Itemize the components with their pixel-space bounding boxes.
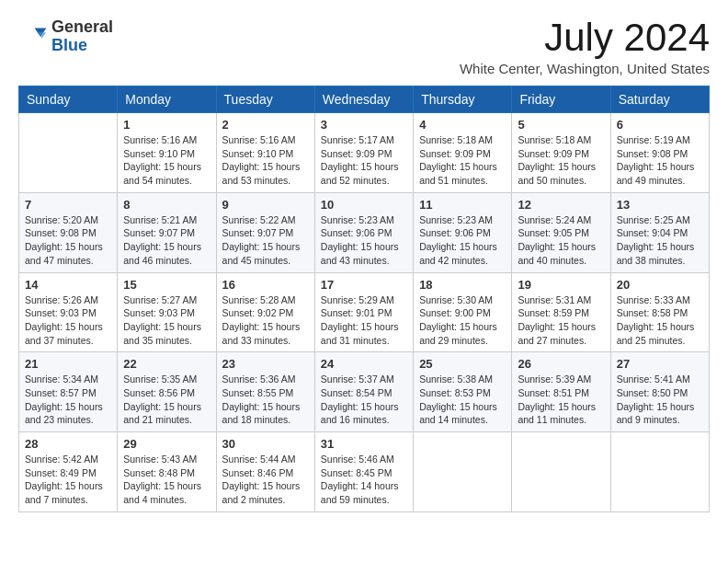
header-sunday: Sunday [19,86,118,113]
location-title: White Center, Washington, United States [460,61,710,76]
day-number: 22 [123,357,210,371]
day-number: 13 [617,198,703,212]
day-info: Sunrise: 5:33 AM Sunset: 8:58 PM Dayligh… [617,293,703,348]
calendar-cell: 5Sunrise: 5:18 AM Sunset: 9:09 PM Daylig… [512,113,610,193]
calendar-cell: 19Sunrise: 5:31 AM Sunset: 8:59 PM Dayli… [512,272,610,352]
day-number: 9 [222,198,309,212]
calendar-cell: 27Sunrise: 5:41 AM Sunset: 8:50 PM Dayli… [610,352,709,432]
calendar-cell: 12Sunrise: 5:24 AM Sunset: 9:05 PM Dayli… [512,192,610,272]
calendar-cell: 31Sunrise: 5:46 AM Sunset: 8:45 PM Dayli… [314,432,413,512]
calendar-cell: 3Sunrise: 5:17 AM Sunset: 9:09 PM Daylig… [314,113,413,193]
day-info: Sunrise: 5:18 AM Sunset: 9:09 PM Dayligh… [419,133,506,188]
day-number: 19 [518,278,604,292]
logo-icon [18,22,48,52]
month-title: July 2024 [460,18,710,57]
calendar-cell: 14Sunrise: 5:26 AM Sunset: 9:03 PM Dayli… [19,272,118,352]
day-info: Sunrise: 5:46 AM Sunset: 8:45 PM Dayligh… [321,453,407,507]
day-number: 26 [518,357,604,371]
day-info: Sunrise: 5:41 AM Sunset: 8:50 PM Dayligh… [617,373,703,427]
day-info: Sunrise: 5:23 AM Sunset: 9:06 PM Dayligh… [419,213,506,268]
day-info: Sunrise: 5:27 AM Sunset: 9:03 PM Dayligh… [123,293,210,348]
day-info: Sunrise: 5:43 AM Sunset: 8:48 PM Dayligh… [123,453,210,507]
day-info: Sunrise: 5:39 AM Sunset: 8:51 PM Dayligh… [518,373,604,427]
calendar-cell: 8Sunrise: 5:21 AM Sunset: 9:07 PM Daylig… [118,192,216,272]
calendar-cell: 21Sunrise: 5:34 AM Sunset: 8:57 PM Dayli… [19,352,118,432]
day-number: 6 [617,118,703,132]
day-info: Sunrise: 5:20 AM Sunset: 9:08 PM Dayligh… [25,213,111,268]
day-number: 15 [123,278,210,292]
day-info: Sunrise: 5:17 AM Sunset: 9:09 PM Dayligh… [321,133,407,188]
day-number: 11 [419,198,506,212]
day-number: 25 [419,357,506,371]
day-number: 18 [419,278,506,292]
calendar-cell: 25Sunrise: 5:38 AM Sunset: 8:53 PM Dayli… [414,352,512,432]
header-thursday: Thursday [414,86,512,113]
header-monday: Monday [118,86,216,113]
day-info: Sunrise: 5:37 AM Sunset: 8:54 PM Dayligh… [321,373,407,427]
calendar-cell: 17Sunrise: 5:29 AM Sunset: 9:01 PM Dayli… [314,272,413,352]
day-info: Sunrise: 5:21 AM Sunset: 9:07 PM Dayligh… [123,213,210,268]
day-info: Sunrise: 5:42 AM Sunset: 8:49 PM Dayligh… [25,453,111,507]
calendar-cell: 23Sunrise: 5:36 AM Sunset: 8:55 PM Dayli… [216,352,314,432]
day-info: Sunrise: 5:36 AM Sunset: 8:55 PM Dayligh… [222,373,309,427]
day-info: Sunrise: 5:28 AM Sunset: 9:02 PM Dayligh… [222,293,309,348]
calendar-cell: 20Sunrise: 5:33 AM Sunset: 8:58 PM Dayli… [610,272,709,352]
calendar-cell [610,432,709,512]
day-info: Sunrise: 5:44 AM Sunset: 8:46 PM Dayligh… [222,453,309,507]
day-number: 21 [25,357,111,371]
day-number: 12 [518,198,604,212]
day-number: 4 [419,118,506,132]
calendar-cell: 13Sunrise: 5:25 AM Sunset: 9:04 PM Dayli… [610,192,709,272]
calendar-week-3: 21Sunrise: 5:34 AM Sunset: 8:57 PM Dayli… [19,352,710,432]
header-tuesday: Tuesday [216,86,314,113]
day-number: 3 [321,118,407,132]
calendar-week-0: 1Sunrise: 5:16 AM Sunset: 9:10 PM Daylig… [19,113,710,193]
calendar-cell: 9Sunrise: 5:22 AM Sunset: 9:07 PM Daylig… [216,192,314,272]
calendar-cell: 2Sunrise: 5:16 AM Sunset: 9:10 PM Daylig… [216,113,314,193]
calendar-week-1: 7Sunrise: 5:20 AM Sunset: 9:08 PM Daylig… [19,192,710,272]
calendar-header-row: SundayMondayTuesdayWednesdayThursdayFrid… [19,86,710,113]
day-number: 8 [123,198,210,212]
day-number: 16 [222,278,309,292]
day-number: 1 [123,118,210,132]
day-number: 7 [25,198,111,212]
day-number: 31 [321,437,407,451]
calendar-cell: 24Sunrise: 5:37 AM Sunset: 8:54 PM Dayli… [314,352,413,432]
day-info: Sunrise: 5:35 AM Sunset: 8:56 PM Dayligh… [123,373,210,427]
header-wednesday: Wednesday [314,86,413,113]
calendar-cell: 18Sunrise: 5:30 AM Sunset: 9:00 PM Dayli… [414,272,512,352]
calendar-cell: 28Sunrise: 5:42 AM Sunset: 8:49 PM Dayli… [19,432,118,512]
header-saturday: Saturday [610,86,709,113]
calendar-week-4: 28Sunrise: 5:42 AM Sunset: 8:49 PM Dayli… [19,432,710,512]
calendar-cell: 11Sunrise: 5:23 AM Sunset: 9:06 PM Dayli… [414,192,512,272]
calendar-week-2: 14Sunrise: 5:26 AM Sunset: 9:03 PM Dayli… [19,272,710,352]
day-info: Sunrise: 5:23 AM Sunset: 9:06 PM Dayligh… [321,213,407,268]
day-number: 14 [25,278,111,292]
day-number: 23 [222,357,309,371]
calendar-cell: 22Sunrise: 5:35 AM Sunset: 8:56 PM Dayli… [118,352,216,432]
day-info: Sunrise: 5:25 AM Sunset: 9:04 PM Dayligh… [617,213,703,268]
calendar-cell: 16Sunrise: 5:28 AM Sunset: 9:02 PM Dayli… [216,272,314,352]
day-info: Sunrise: 5:38 AM Sunset: 8:53 PM Dayligh… [419,373,506,427]
calendar-cell: 26Sunrise: 5:39 AM Sunset: 8:51 PM Dayli… [512,352,610,432]
day-info: Sunrise: 5:19 AM Sunset: 9:08 PM Dayligh… [617,133,703,188]
day-number: 10 [321,198,407,212]
day-number: 17 [321,278,407,292]
day-info: Sunrise: 5:24 AM Sunset: 9:05 PM Dayligh… [518,213,604,268]
calendar-cell: 6Sunrise: 5:19 AM Sunset: 9:08 PM Daylig… [610,113,709,193]
calendar-cell [414,432,512,512]
day-info: Sunrise: 5:26 AM Sunset: 9:03 PM Dayligh… [25,293,111,348]
page-header: General Blue July 2024 White Center, Was… [18,18,710,76]
day-info: Sunrise: 5:16 AM Sunset: 9:10 PM Dayligh… [222,133,309,188]
day-number: 29 [123,437,210,451]
calendar-cell: 7Sunrise: 5:20 AM Sunset: 9:08 PM Daylig… [19,192,118,272]
day-info: Sunrise: 5:30 AM Sunset: 9:00 PM Dayligh… [419,293,506,348]
day-info: Sunrise: 5:31 AM Sunset: 8:59 PM Dayligh… [518,293,604,348]
day-number: 24 [321,357,407,371]
calendar-cell: 4Sunrise: 5:18 AM Sunset: 9:09 PM Daylig… [414,113,512,193]
calendar-cell: 29Sunrise: 5:43 AM Sunset: 8:48 PM Dayli… [118,432,216,512]
day-number: 2 [222,118,309,132]
day-number: 20 [617,278,703,292]
calendar-cell [512,432,610,512]
day-number: 27 [617,357,703,371]
